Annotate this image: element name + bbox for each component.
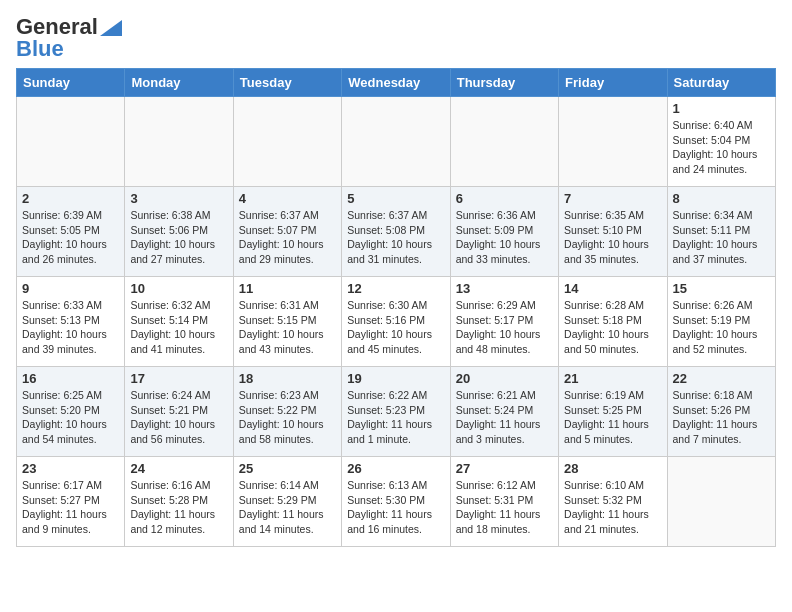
day-info: Sunrise: 6:17 AMSunset: 5:27 PMDaylight:… bbox=[22, 478, 119, 537]
calendar-cell: 16Sunrise: 6:25 AMSunset: 5:20 PMDayligh… bbox=[17, 367, 125, 457]
day-info: Sunrise: 6:12 AMSunset: 5:31 PMDaylight:… bbox=[456, 478, 553, 537]
calendar-cell: 7Sunrise: 6:35 AMSunset: 5:10 PMDaylight… bbox=[559, 187, 667, 277]
day-number: 16 bbox=[22, 371, 119, 386]
col-header-saturday: Saturday bbox=[667, 69, 775, 97]
day-number: 9 bbox=[22, 281, 119, 296]
week-row-1: 1Sunrise: 6:40 AMSunset: 5:04 PMDaylight… bbox=[17, 97, 776, 187]
calendar-cell: 28Sunrise: 6:10 AMSunset: 5:32 PMDayligh… bbox=[559, 457, 667, 547]
day-info: Sunrise: 6:19 AMSunset: 5:25 PMDaylight:… bbox=[564, 388, 661, 447]
calendar-cell: 27Sunrise: 6:12 AMSunset: 5:31 PMDayligh… bbox=[450, 457, 558, 547]
day-info: Sunrise: 6:40 AMSunset: 5:04 PMDaylight:… bbox=[673, 118, 770, 177]
day-info: Sunrise: 6:26 AMSunset: 5:19 PMDaylight:… bbox=[673, 298, 770, 357]
day-info: Sunrise: 6:33 AMSunset: 5:13 PMDaylight:… bbox=[22, 298, 119, 357]
calendar-cell: 19Sunrise: 6:22 AMSunset: 5:23 PMDayligh… bbox=[342, 367, 450, 457]
day-number: 15 bbox=[673, 281, 770, 296]
week-row-3: 9Sunrise: 6:33 AMSunset: 5:13 PMDaylight… bbox=[17, 277, 776, 367]
calendar-cell: 5Sunrise: 6:37 AMSunset: 5:08 PMDaylight… bbox=[342, 187, 450, 277]
calendar-cell bbox=[559, 97, 667, 187]
day-info: Sunrise: 6:35 AMSunset: 5:10 PMDaylight:… bbox=[564, 208, 661, 267]
calendar-cell: 9Sunrise: 6:33 AMSunset: 5:13 PMDaylight… bbox=[17, 277, 125, 367]
day-info: Sunrise: 6:23 AMSunset: 5:22 PMDaylight:… bbox=[239, 388, 336, 447]
week-row-2: 2Sunrise: 6:39 AMSunset: 5:05 PMDaylight… bbox=[17, 187, 776, 277]
calendar-cell bbox=[17, 97, 125, 187]
calendar-cell: 15Sunrise: 6:26 AMSunset: 5:19 PMDayligh… bbox=[667, 277, 775, 367]
day-number: 17 bbox=[130, 371, 227, 386]
day-info: Sunrise: 6:39 AMSunset: 5:05 PMDaylight:… bbox=[22, 208, 119, 267]
calendar-cell: 3Sunrise: 6:38 AMSunset: 5:06 PMDaylight… bbox=[125, 187, 233, 277]
day-number: 11 bbox=[239, 281, 336, 296]
day-number: 7 bbox=[564, 191, 661, 206]
day-number: 8 bbox=[673, 191, 770, 206]
calendar-cell: 2Sunrise: 6:39 AMSunset: 5:05 PMDaylight… bbox=[17, 187, 125, 277]
calendar-cell: 24Sunrise: 6:16 AMSunset: 5:28 PMDayligh… bbox=[125, 457, 233, 547]
day-number: 6 bbox=[456, 191, 553, 206]
col-header-sunday: Sunday bbox=[17, 69, 125, 97]
day-number: 23 bbox=[22, 461, 119, 476]
day-number: 13 bbox=[456, 281, 553, 296]
day-info: Sunrise: 6:36 AMSunset: 5:09 PMDaylight:… bbox=[456, 208, 553, 267]
calendar-cell: 1Sunrise: 6:40 AMSunset: 5:04 PMDaylight… bbox=[667, 97, 775, 187]
day-info: Sunrise: 6:34 AMSunset: 5:11 PMDaylight:… bbox=[673, 208, 770, 267]
day-number: 19 bbox=[347, 371, 444, 386]
day-info: Sunrise: 6:32 AMSunset: 5:14 PMDaylight:… bbox=[130, 298, 227, 357]
day-number: 25 bbox=[239, 461, 336, 476]
day-info: Sunrise: 6:18 AMSunset: 5:26 PMDaylight:… bbox=[673, 388, 770, 447]
calendar-cell: 23Sunrise: 6:17 AMSunset: 5:27 PMDayligh… bbox=[17, 457, 125, 547]
day-number: 26 bbox=[347, 461, 444, 476]
col-header-friday: Friday bbox=[559, 69, 667, 97]
day-number: 20 bbox=[456, 371, 553, 386]
week-row-5: 23Sunrise: 6:17 AMSunset: 5:27 PMDayligh… bbox=[17, 457, 776, 547]
day-info: Sunrise: 6:31 AMSunset: 5:15 PMDaylight:… bbox=[239, 298, 336, 357]
col-header-monday: Monday bbox=[125, 69, 233, 97]
day-info: Sunrise: 6:29 AMSunset: 5:17 PMDaylight:… bbox=[456, 298, 553, 357]
calendar-cell: 21Sunrise: 6:19 AMSunset: 5:25 PMDayligh… bbox=[559, 367, 667, 457]
day-number: 5 bbox=[347, 191, 444, 206]
day-number: 14 bbox=[564, 281, 661, 296]
day-info: Sunrise: 6:13 AMSunset: 5:30 PMDaylight:… bbox=[347, 478, 444, 537]
day-info: Sunrise: 6:28 AMSunset: 5:18 PMDaylight:… bbox=[564, 298, 661, 357]
calendar-cell: 22Sunrise: 6:18 AMSunset: 5:26 PMDayligh… bbox=[667, 367, 775, 457]
calendar-cell: 26Sunrise: 6:13 AMSunset: 5:30 PMDayligh… bbox=[342, 457, 450, 547]
calendar-cell: 20Sunrise: 6:21 AMSunset: 5:24 PMDayligh… bbox=[450, 367, 558, 457]
day-info: Sunrise: 6:37 AMSunset: 5:07 PMDaylight:… bbox=[239, 208, 336, 267]
calendar-cell: 14Sunrise: 6:28 AMSunset: 5:18 PMDayligh… bbox=[559, 277, 667, 367]
calendar-cell: 17Sunrise: 6:24 AMSunset: 5:21 PMDayligh… bbox=[125, 367, 233, 457]
day-info: Sunrise: 6:14 AMSunset: 5:29 PMDaylight:… bbox=[239, 478, 336, 537]
calendar-cell: 6Sunrise: 6:36 AMSunset: 5:09 PMDaylight… bbox=[450, 187, 558, 277]
col-header-tuesday: Tuesday bbox=[233, 69, 341, 97]
col-header-wednesday: Wednesday bbox=[342, 69, 450, 97]
day-number: 22 bbox=[673, 371, 770, 386]
day-number: 28 bbox=[564, 461, 661, 476]
day-info: Sunrise: 6:10 AMSunset: 5:32 PMDaylight:… bbox=[564, 478, 661, 537]
calendar-cell: 8Sunrise: 6:34 AMSunset: 5:11 PMDaylight… bbox=[667, 187, 775, 277]
calendar-header-row: SundayMondayTuesdayWednesdayThursdayFrid… bbox=[17, 69, 776, 97]
calendar-cell bbox=[125, 97, 233, 187]
svg-marker-0 bbox=[100, 20, 122, 36]
calendar-cell bbox=[450, 97, 558, 187]
calendar-cell: 25Sunrise: 6:14 AMSunset: 5:29 PMDayligh… bbox=[233, 457, 341, 547]
page-header: General Blue bbox=[16, 16, 776, 60]
calendar-table: SundayMondayTuesdayWednesdayThursdayFrid… bbox=[16, 68, 776, 547]
day-number: 18 bbox=[239, 371, 336, 386]
logo-blue: Blue bbox=[16, 38, 64, 60]
calendar-cell: 10Sunrise: 6:32 AMSunset: 5:14 PMDayligh… bbox=[125, 277, 233, 367]
day-number: 24 bbox=[130, 461, 227, 476]
logo-text: General bbox=[16, 16, 122, 38]
day-info: Sunrise: 6:22 AMSunset: 5:23 PMDaylight:… bbox=[347, 388, 444, 447]
logo-icon bbox=[100, 20, 122, 36]
day-number: 12 bbox=[347, 281, 444, 296]
day-info: Sunrise: 6:16 AMSunset: 5:28 PMDaylight:… bbox=[130, 478, 227, 537]
day-info: Sunrise: 6:38 AMSunset: 5:06 PMDaylight:… bbox=[130, 208, 227, 267]
day-number: 4 bbox=[239, 191, 336, 206]
day-number: 27 bbox=[456, 461, 553, 476]
day-number: 21 bbox=[564, 371, 661, 386]
day-info: Sunrise: 6:21 AMSunset: 5:24 PMDaylight:… bbox=[456, 388, 553, 447]
calendar-cell: 13Sunrise: 6:29 AMSunset: 5:17 PMDayligh… bbox=[450, 277, 558, 367]
col-header-thursday: Thursday bbox=[450, 69, 558, 97]
calendar-cell bbox=[342, 97, 450, 187]
calendar-cell: 4Sunrise: 6:37 AMSunset: 5:07 PMDaylight… bbox=[233, 187, 341, 277]
calendar-cell: 18Sunrise: 6:23 AMSunset: 5:22 PMDayligh… bbox=[233, 367, 341, 457]
day-info: Sunrise: 6:25 AMSunset: 5:20 PMDaylight:… bbox=[22, 388, 119, 447]
calendar-cell: 12Sunrise: 6:30 AMSunset: 5:16 PMDayligh… bbox=[342, 277, 450, 367]
day-number: 2 bbox=[22, 191, 119, 206]
